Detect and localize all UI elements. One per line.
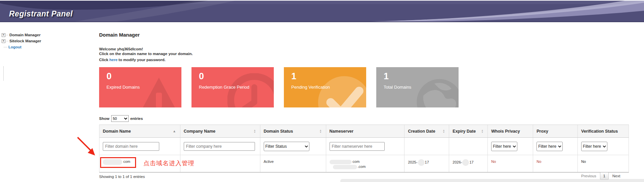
creation-date-cell: 2025-17 <box>404 155 449 172</box>
password-hint-prefix: Click <box>99 58 109 62</box>
column-header-domain-name[interactable]: Domain Name ▲ <box>99 125 180 137</box>
column-header-creation-date[interactable]: Creation Date ▲▼ <box>404 125 449 137</box>
filter-cell-whois: Filter here <box>488 138 533 155</box>
entries-label: entries <box>130 117 143 121</box>
filter-cell-status: Filter Status <box>260 138 326 155</box>
tree-dash <box>6 41 8 41</box>
whois-privacy-cell: No <box>488 155 533 172</box>
column-header-nameserver: Nameserver <box>326 125 405 137</box>
expiry-date-cell: 2026-17 <box>449 155 488 172</box>
header-banner: Registrant Panel <box>0 1 644 22</box>
card-count: 1 <box>384 71 389 82</box>
column-header-company-name[interactable]: Company Name ▲▼ <box>180 125 260 137</box>
sidebar-item-label[interactable]: Domain Manager <box>9 33 41 37</box>
welcome-line2: Click on the domain name to manage your … <box>99 51 193 56</box>
banner-swoosh-art <box>0 1 644 22</box>
card-count: 0 <box>106 71 112 82</box>
table-info-text: Showing 1 to 1 of 1 entries <box>99 175 145 179</box>
redacted-date-blur <box>462 159 469 166</box>
column-header-domain-status[interactable]: Domain Status ▲▼ <box>260 125 326 137</box>
page-title: Domain Manager <box>99 32 140 38</box>
warning-icon <box>134 75 181 107</box>
column-label: Company Name <box>184 129 215 134</box>
column-label: Domain Status <box>264 129 293 134</box>
welcome-text: Welcome yhq365dlcom! Click on the domain… <box>99 47 193 56</box>
nameserver-line2: .com <box>330 164 402 169</box>
filter-cell-domain <box>99 138 180 155</box>
redacted-date-blur <box>418 159 425 166</box>
pagination: Previous 1 Next <box>581 172 620 180</box>
column-header-verification-status: Verification Status <box>578 125 629 137</box>
sidebar-item-logout[interactable]: Logout <box>2 44 41 50</box>
clock-icon <box>227 73 274 107</box>
table-filter-row: Filter Status Filter here Filter here <box>99 138 629 155</box>
filter-verification-select[interactable]: Filter here <box>581 142 607 151</box>
welcome-line1: Welcome yhq365dlcom! <box>99 47 193 51</box>
tree-dash <box>6 35 8 35</box>
change-password-link[interactable]: here <box>110 58 118 62</box>
column-label: Creation Date <box>408 129 435 134</box>
card-label: Pending Verification <box>291 85 330 90</box>
card-count: 0 <box>199 71 204 82</box>
password-hint: Clickhereto modify your password. <box>99 58 166 62</box>
filter-cell-verification: Filter here <box>578 138 629 155</box>
sort-both-icon[interactable]: ▲▼ <box>319 129 322 133</box>
table-header-row: Domain Name ▲ Company Name ▲▼ Domain Sta… <box>99 125 629 138</box>
page-size-select[interactable]: 50 <box>111 115 129 122</box>
filter-nameserver-input[interactable] <box>330 142 385 151</box>
verification-status-cell: No <box>578 155 629 172</box>
filter-cell-creation-date <box>404 138 449 155</box>
card-redemption-grace: 0 Redemption Grace Period <box>191 67 274 107</box>
filter-proxy-select[interactable]: Filter here <box>536 142 563 151</box>
column-header-expiry-date[interactable]: Expiry Date ▲▼ <box>449 125 488 137</box>
card-pending-verification: 1 Pending Verification <box>284 67 366 107</box>
filter-cell-expiry-date <box>449 138 488 155</box>
next-page-button[interactable]: Next <box>612 174 620 178</box>
previous-page-button[interactable]: Previous <box>581 174 596 178</box>
column-header-proxy: Proxy <box>533 125 578 137</box>
filter-cell-company <box>180 138 260 155</box>
column-label: Expiry Date <box>453 129 476 134</box>
filter-whois-select[interactable]: Filter here <box>491 142 517 151</box>
column-label: Proxy <box>536 129 548 134</box>
redacted-nameserver-blur <box>333 165 357 169</box>
card-expired-domains: 0 Expired Domains <box>99 67 181 107</box>
card-label: Expired Domains <box>106 85 140 90</box>
sidebar-item-domain-manager[interactable]: + Domain Manager <box>2 32 41 38</box>
card-label: Total Domains <box>384 85 411 90</box>
page-number-button[interactable]: 1 <box>600 172 609 180</box>
column-label: Domain Name <box>103 129 131 134</box>
column-label: Nameserver <box>330 129 354 134</box>
column-label: Whois Privacy <box>491 129 520 134</box>
app-title: Registrant Panel <box>9 9 73 18</box>
filter-company-input[interactable] <box>184 142 255 151</box>
globe-icon <box>414 77 459 107</box>
annotation-arrow-icon <box>72 133 102 160</box>
sort-both-icon[interactable]: ▲▼ <box>254 129 256 133</box>
logout-link[interactable]: Logout <box>8 45 22 49</box>
nameserver-cell: com .com <box>326 155 405 172</box>
card-label: Redemption Grace Period <box>199 85 249 90</box>
check-icon <box>316 74 366 107</box>
sort-both-icon[interactable]: ▲▼ <box>481 129 483 133</box>
sidebar-item-label[interactable]: Sitelock Manager <box>9 39 41 43</box>
card-total-domains: 1 Total Domains <box>376 67 459 107</box>
filter-domain-input[interactable] <box>103 142 159 151</box>
nameserver-line1: com <box>330 159 402 164</box>
show-label: Show <box>99 117 110 121</box>
registrant-panel-page: Registrant Panel + Domain Manager + Site… <box>0 0 644 182</box>
redacted-nameserver-blur <box>330 160 352 164</box>
card-count: 1 <box>291 71 296 82</box>
sidebar-item-sitelock-manager[interactable]: + Sitelock Manager <box>2 38 41 44</box>
column-label: Verification Status <box>581 129 618 134</box>
sort-asc-icon[interactable]: ▲ <box>173 129 176 133</box>
expand-plus-icon[interactable]: + <box>2 33 5 37</box>
expand-plus-icon[interactable]: + <box>2 39 5 43</box>
column-header-whois-privacy: Whois Privacy <box>488 125 533 137</box>
proxy-cell: No <box>533 155 578 172</box>
domain-status-cell: Active <box>260 155 326 172</box>
filter-status-select[interactable]: Filter Status <box>264 142 309 151</box>
password-hint-suffix: to modify your password. <box>119 58 166 62</box>
sort-both-icon[interactable]: ▲▼ <box>442 129 445 133</box>
filter-cell-proxy: Filter here <box>533 138 578 155</box>
